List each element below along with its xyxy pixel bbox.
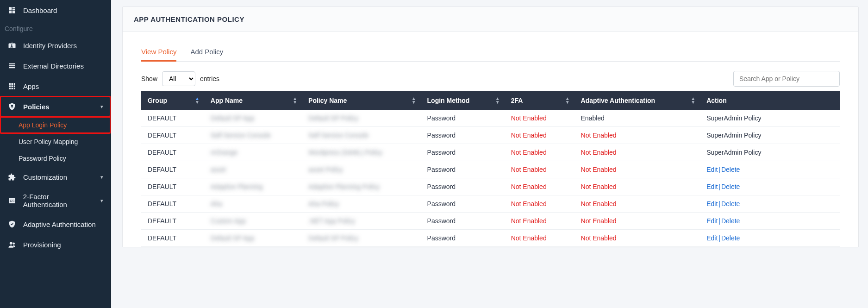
page-title: APP AUTHENTICATION POLICY [123, 7, 858, 32]
cell-login-method: Password [421, 110, 505, 127]
cell-policy-name: asset Policy [302, 161, 421, 178]
sidebar-sub-password-policy[interactable]: Password Policy [0, 150, 111, 167]
table-row: DEFAULTDefault SP AppDefault SP PolicyPa… [141, 230, 840, 247]
col-app-name[interactable]: App Name ▲▼ [204, 91, 302, 110]
edit-link[interactable]: Edit [706, 183, 718, 190]
delete-link[interactable]: Delete [721, 183, 740, 190]
tabs: View Policy Add Policy [141, 44, 840, 62]
entries-select[interactable]: All [162, 71, 195, 86]
policy-table-body: DEFAULTDefault SP AppDefault SP PolicyPa… [141, 110, 840, 247]
main-content: APP AUTHENTICATION POLICY View Policy Ad… [111, 0, 868, 308]
svg-rect-14 [9, 88, 11, 89]
chevron-down-icon: ▾ [100, 104, 103, 110]
sidebar-item-external-directories[interactable]: External Directories [0, 56, 111, 76]
col-2fa[interactable]: 2FA ▲▼ [505, 91, 575, 110]
sidebar-item-label: 2-Factor Authentication [23, 193, 94, 208]
cell-action: Edit|Delete [700, 161, 840, 178]
svg-rect-12 [12, 86, 13, 88]
show-label-pre: Show [141, 75, 157, 82]
col-action[interactable]: Action [700, 91, 840, 110]
delete-link[interactable]: Delete [721, 166, 740, 173]
sidebar-item-provisioning[interactable]: Provisioning [0, 234, 111, 255]
cell-2fa: Not Enabled [505, 195, 575, 213]
sidebar-item-2fa[interactable]: 123 2-Factor Authentication ▾ [0, 187, 111, 214]
cell-login-method: Password [421, 178, 505, 195]
cell-action: Edit|Delete [700, 230, 840, 247]
sidebar-item-label: Provisioning [23, 241, 61, 249]
svg-point-20 [13, 243, 15, 245]
sidebar: Dashboard Configure Identity Providers E… [0, 0, 111, 308]
cell-group: DEFAULT [141, 127, 204, 144]
sidebar-item-customization[interactable]: Customization ▾ [0, 167, 111, 187]
col-adaptive[interactable]: Adaptive Authentication ▲▼ [575, 91, 700, 110]
cell-policy-name: Default SP Policy [302, 230, 421, 247]
search-input[interactable] [733, 71, 840, 87]
keypad-icon: 123 [7, 196, 17, 205]
cell-2fa: Not Enabled [505, 230, 575, 247]
cell-login-method: Password [421, 127, 505, 144]
sidebar-sub-user-policy-mapping[interactable]: User Policy Mapping [0, 133, 111, 150]
cell-group: DEFAULT [141, 144, 204, 161]
cell-app-name: mOrange [204, 144, 302, 161]
sort-icon: ▲▼ [495, 97, 500, 104]
svg-rect-13 [14, 86, 15, 88]
sidebar-item-policies[interactable]: Policies ▾ [0, 96, 111, 117]
table-row: DEFAULTCustom App.NET App PolicyPassword… [141, 213, 840, 230]
edit-link[interactable]: Edit [706, 234, 718, 242]
cell-group: DEFAULT [141, 178, 204, 195]
cell-app-name: Custom App [204, 213, 302, 230]
sidebar-item-label: Policies [23, 103, 50, 111]
delete-link[interactable]: Delete [721, 200, 740, 207]
cell-group: DEFAULT [141, 213, 204, 230]
sidebar-item-adaptive-auth[interactable]: Adaptive Authentication [0, 214, 111, 234]
edit-link[interactable]: Edit [706, 217, 718, 225]
cell-2fa: Not Enabled [505, 161, 575, 178]
cell-adaptive: Not Enabled [575, 230, 700, 247]
table-row: DEFAULTSelf Service ConsoleSelf Service … [141, 127, 840, 144]
sidebar-item-identity-providers[interactable]: Identity Providers [0, 35, 111, 56]
cell-policy-name: Wordpress (SAML) Policy [302, 144, 421, 161]
edit-link[interactable]: Edit [706, 166, 718, 173]
cell-policy-name: Adaptive Planning Policy [302, 178, 421, 195]
edit-link[interactable]: Edit [706, 200, 718, 207]
cell-action: SuperAdmin Policy [700, 144, 840, 161]
sidebar-item-dashboard[interactable]: Dashboard [0, 0, 111, 20]
id-card-icon [7, 41, 17, 50]
svg-rect-6 [9, 65, 15, 66]
users-icon [7, 240, 17, 249]
cell-policy-name: Self Service Console [302, 127, 421, 144]
delete-link[interactable]: Delete [721, 217, 740, 225]
svg-rect-3 [9, 11, 12, 13]
sidebar-item-apps[interactable]: Apps [0, 76, 111, 96]
sidebar-item-label: Adaptive Authentication [23, 220, 96, 228]
cell-2fa: Not Enabled [505, 144, 575, 161]
cell-action: SuperAdmin Policy [700, 110, 840, 127]
cell-adaptive: Not Enabled [575, 178, 700, 195]
svg-rect-4 [12, 11, 15, 13]
svg-rect-16 [14, 88, 15, 89]
table-row: DEFAULTmOrangeWordpress (SAML) PolicyPas… [141, 144, 840, 161]
sort-icon: ▲▼ [691, 97, 695, 104]
cell-login-method: Password [421, 195, 505, 213]
svg-rect-1 [12, 7, 15, 8]
cell-policy-name: Default SP Policy [302, 110, 421, 127]
apps-grid-icon [7, 82, 17, 91]
tab-add-policy[interactable]: Add Policy [190, 44, 223, 61]
svg-rect-2 [12, 9, 15, 10]
cell-2fa: Not Enabled [505, 110, 575, 127]
col-policy-name[interactable]: Policy Name ▲▼ [302, 91, 421, 110]
col-login-method[interactable]: Login Method ▲▼ [421, 91, 505, 110]
cell-group: DEFAULT [141, 110, 204, 127]
tab-view-policy[interactable]: View Policy [141, 44, 176, 62]
cell-action: Edit|Delete [700, 195, 840, 213]
cell-2fa: Not Enabled [505, 127, 575, 144]
cell-login-method: Password [421, 213, 505, 230]
sidebar-sub-app-login-policy[interactable]: App Login Policy [0, 117, 111, 133]
col-group[interactable]: Group ▲▼ [141, 91, 204, 110]
puzzle-icon [7, 172, 17, 182]
sidebar-section-configure: Configure [0, 20, 111, 35]
table-row: DEFAULTassetasset PolicyPasswordNot Enab… [141, 161, 840, 178]
cell-login-method: Password [421, 230, 505, 247]
delete-link[interactable]: Delete [721, 234, 740, 242]
svg-point-19 [10, 242, 12, 245]
